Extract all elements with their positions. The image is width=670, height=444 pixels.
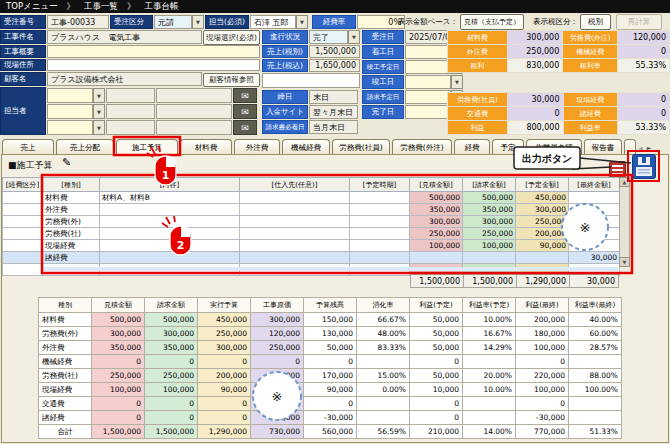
cell[interactable]: 0 (145, 397, 198, 411)
cell[interactable]: 労務費(社員) (448, 93, 508, 107)
cell[interactable]: 300,000 (507, 31, 563, 45)
cell[interactable] (3, 252, 43, 264)
cell[interactable]: 0.00% (357, 383, 410, 397)
table-row[interactable]: 交通費0諸経費0 (448, 107, 670, 121)
cell[interactable] (3, 216, 43, 228)
cell[interactable]: 220,000 (516, 369, 569, 383)
cell[interactable]: 1,500,000 (145, 425, 198, 439)
cell[interactable]: 66.67% (357, 313, 410, 327)
cell[interactable]: 0 (145, 355, 198, 369)
cell[interactable]: 830,000 (507, 59, 563, 73)
cell[interactable]: 労務費(社) (39, 369, 92, 383)
table-row[interactable]: 材料費500,000500,000450,000300,000150,00066… (39, 313, 622, 327)
breadcrumb-top-menu[interactable]: TOPメニュー (6, 1, 58, 13)
manager-dropdown-button[interactable]: ▼ (296, 15, 308, 29)
tab-sekou-yosan[interactable]: 施工予算 (116, 139, 178, 155)
cell[interactable]: 0 (92, 355, 145, 369)
scrollbar-up-button[interactable]: ▲ (619, 177, 630, 187)
progress-dropdown-button[interactable]: ▼ (348, 30, 360, 44)
cell[interactable]: 350,000 (92, 341, 145, 355)
cell[interactable]: 0 (251, 355, 304, 369)
cell[interactable]: 材料費 (448, 31, 508, 45)
cell[interactable]: 0 (618, 107, 670, 121)
scrollbar-down-button[interactable]: ▼ (619, 257, 630, 267)
cell[interactable] (100, 216, 240, 228)
cell[interactable]: 500,000 (463, 192, 516, 204)
cell[interactable]: 200,000 (516, 228, 569, 240)
cell[interactable]: 0 (92, 411, 145, 425)
tab-houkokusho[interactable]: 報告書 (584, 139, 622, 155)
table-row[interactable]: 外注費350,000350,000300,000 (3, 204, 620, 216)
staff-mail-button-2[interactable]: ✉ (233, 104, 257, 119)
customer-info-button[interactable]: 顧客情報参照 (203, 73, 260, 87)
cell[interactable] (240, 240, 350, 252)
cell[interactable]: 0 (92, 397, 145, 411)
cell[interactable]: 0 (410, 411, 463, 425)
cell[interactable]: 材料費 (39, 313, 92, 327)
cell[interactable]: 労務費(社) (43, 228, 100, 240)
tab-gaichuuhi[interactable]: 外注費 (234, 139, 280, 155)
project-title-field[interactable]: プラスハウス 電気工事 (47, 30, 202, 44)
staff-select-1[interactable] (47, 88, 93, 103)
invoice-due-field[interactable]: 当月末日 (309, 120, 358, 134)
cell[interactable]: 交通費 (39, 397, 92, 411)
order-no-field[interactable]: 工事-00033 (47, 15, 109, 29)
cell[interactable]: 14.00% (463, 425, 516, 439)
cell[interactable] (569, 355, 622, 369)
cell[interactable] (463, 411, 516, 425)
cell[interactable]: 120,000 (618, 31, 670, 45)
cell[interactable] (100, 240, 240, 252)
cell[interactable]: 0 (145, 411, 198, 425)
table-row[interactable]: 粗利830,000粗利率55.33% (448, 59, 670, 73)
cell[interactable]: 730,000 (251, 425, 304, 439)
staff-dropdown-2[interactable]: ▼ (93, 104, 105, 119)
tab-scroll-right-icon[interactable]: ► (647, 144, 652, 151)
cell[interactable]: 90,000 (198, 383, 251, 397)
cell[interactable]: 諸経費 (43, 252, 100, 264)
cell[interactable]: 500,000 (410, 192, 463, 204)
staff-dropdown-3[interactable]: ▼ (93, 120, 105, 135)
cell[interactable] (569, 240, 620, 252)
cell[interactable]: 83.33% (357, 341, 410, 355)
print-button[interactable] (609, 161, 626, 178)
cell[interactable]: 0 (198, 355, 251, 369)
cell[interactable]: 200,000 (516, 313, 569, 327)
progress-field[interactable]: 完了 (309, 30, 348, 44)
cell[interactable]: 諸経費 (39, 411, 92, 425)
cell[interactable] (410, 252, 463, 264)
table-row[interactable]: 合計1,500,0001,500,0001,290,000730,000560,… (39, 425, 622, 439)
tab-roumuhi-gaichuu[interactable]: 労務費(外注) (392, 139, 452, 155)
grid-scrollbar[interactable] (619, 177, 630, 267)
cell[interactable]: 16.67% (463, 327, 516, 341)
cell[interactable]: 28.57% (569, 341, 622, 355)
cell[interactable]: 50,000 (410, 369, 463, 383)
cell[interactable]: 機械経費 (563, 45, 618, 59)
cell[interactable]: 100,000 (410, 240, 463, 252)
recalc-button[interactable]: 再計算 (616, 14, 662, 30)
cell[interactable]: 770,000 (516, 425, 569, 439)
cell[interactable]: 250,000 (463, 228, 516, 240)
cell[interactable]: 50,000 (410, 327, 463, 341)
tab-sagyouin-meibo[interactable]: 作業員名簿 (526, 139, 582, 155)
tab-uriage-bunpai[interactable]: 売上分配 (56, 139, 114, 155)
cell[interactable] (240, 228, 350, 240)
cell[interactable]: 労務費(外) (39, 327, 92, 341)
cell[interactable]: 100,000 (463, 240, 516, 252)
display-base-button[interactable]: 見積（支払予定） (460, 14, 524, 30)
cell[interactable]: 350,000 (410, 204, 463, 216)
cell[interactable]: 250,000 (145, 369, 198, 383)
cell[interactable]: 100.00% (569, 383, 622, 397)
cell[interactable]: 10.00% (463, 313, 516, 327)
cell[interactable]: 450,000 (516, 192, 569, 204)
cell[interactable]: 250,000 (516, 216, 569, 228)
cell[interactable]: -30,000 (304, 411, 357, 425)
cell[interactable] (240, 252, 350, 264)
cell[interactable] (350, 228, 410, 240)
cell[interactable]: 合計 (39, 425, 92, 439)
cell[interactable]: 51.33% (569, 425, 622, 439)
cell[interactable]: 120,000 (251, 327, 304, 341)
cell[interactable]: 諸経費 (563, 107, 618, 121)
cell[interactable]: 10.00% (463, 383, 516, 397)
table-row[interactable]: 利益800,000利益率53.33% (448, 121, 670, 135)
staff-dropdown-1[interactable]: ▼ (93, 88, 105, 103)
